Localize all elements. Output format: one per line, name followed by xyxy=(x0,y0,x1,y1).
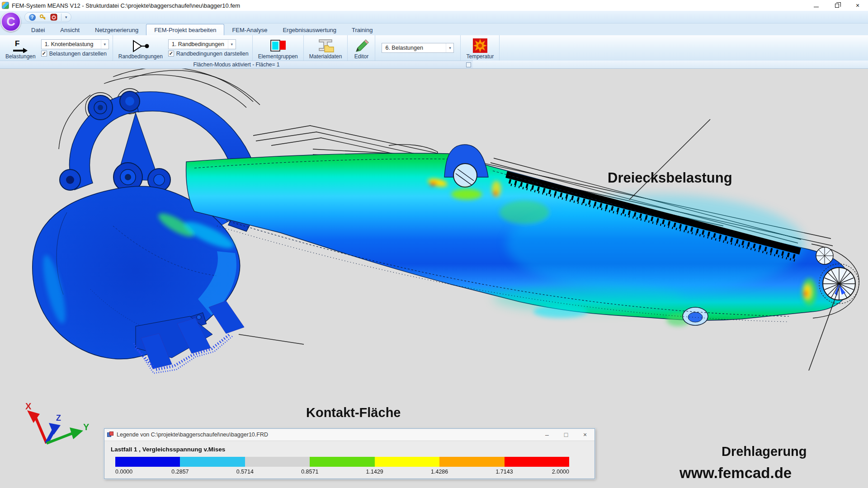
3d-viewport[interactable]: X Z Y Dreiecksbelastung Kontakt-Fläche D… xyxy=(0,69,868,488)
legend-value: 1.1429 xyxy=(366,469,383,475)
tab-fem-analyse[interactable]: FEM-Analyse xyxy=(224,24,275,35)
legend-maximize-button[interactable]: □ xyxy=(557,429,576,441)
legend-value: 1.7143 xyxy=(495,469,513,475)
y-axis-arrow xyxy=(70,427,83,439)
legend-window: Legende von C:\projekte\baggerschaufel\n… xyxy=(104,428,595,479)
x-axis-label: X xyxy=(25,401,32,411)
randbedingungen-dropdown[interactable]: 1. Randbedingungen ▾ xyxy=(168,39,236,49)
minimize-icon xyxy=(814,7,819,7)
knotenbelastung-dropdown[interactable]: 1. Knotenbelastung ▾ xyxy=(41,39,109,49)
legend-caption: Lastfall 1 , Vergleichsspannung v.Mises xyxy=(111,446,225,453)
help-button[interactable]: ? xyxy=(28,14,36,21)
legend-value: 1.4286 xyxy=(431,469,448,475)
legend-close-button[interactable]: × xyxy=(576,429,594,441)
legend-colorbar xyxy=(115,457,569,467)
group-belastungen: F Belastungen 1. Knotenbelastung ▾ ✓ Bel… xyxy=(0,35,113,61)
key-icon xyxy=(39,14,47,21)
z-axis-label: Z xyxy=(56,413,61,422)
lug-hole xyxy=(453,164,477,187)
materialdaten-label: Materialdaten xyxy=(309,53,342,60)
close-button[interactable]: × xyxy=(847,0,868,11)
group-materialdaten: Materialdaten xyxy=(304,35,348,61)
group-editor: Editor xyxy=(348,35,375,61)
restore-button[interactable] xyxy=(826,0,847,11)
legend-color-segment xyxy=(180,457,245,467)
materialdaten-button[interactable]: Materialdaten xyxy=(307,36,344,60)
chevron-down-icon: ▾ xyxy=(228,40,236,49)
ribbon-status-strip: Flächen-Modus aktiviert - Fläche= 1 xyxy=(0,61,473,69)
legend-value: 2.0000 xyxy=(552,469,569,475)
orb-letter: C xyxy=(6,15,15,29)
ribbon-tabs: DateiAnsichtNetzgenerierungFEM-Projekt b… xyxy=(0,23,868,35)
belastungen-button[interactable]: F Belastungen xyxy=(4,36,38,60)
chevron-down-icon: ▾ xyxy=(101,40,108,49)
randbedingungen-label: Randbedingungen xyxy=(118,53,163,60)
svg-text:F: F xyxy=(15,39,19,48)
ribbon: F Belastungen 1. Knotenbelastung ▾ ✓ Bel… xyxy=(0,35,868,61)
tab-training[interactable]: Training xyxy=(344,24,380,35)
exit-button[interactable] xyxy=(50,14,57,21)
group-randbedingungen: Randbedingungen 1. Randbedingungen ▾ ✓ R… xyxy=(113,35,253,61)
editor-button[interactable]: Editor xyxy=(351,36,371,60)
randbedingungen-button[interactable]: Randbedingungen xyxy=(117,36,165,60)
title-bar[interactable]: FEM-System MEANS V12 - Strukturdatei C:\… xyxy=(0,0,868,11)
legend-color-segment xyxy=(245,457,310,467)
femcad-watermark: www.femcad.de xyxy=(679,465,792,482)
fem-model-canvas: X Z Y xyxy=(0,69,868,488)
legend-value: 0.2857 xyxy=(171,469,189,475)
tab-datei[interactable]: Datei xyxy=(24,24,52,35)
material-data-icon xyxy=(316,38,335,53)
tab-ergebnisauswertung[interactable]: Ergebnisauswertung xyxy=(275,24,344,35)
randbedingungen-darstellen-checkbox[interactable]: ✓ Randbedingungen darstellen xyxy=(168,51,249,57)
ribbon-fill xyxy=(473,61,868,68)
belastungen-darstellen-checkbox[interactable]: ✓ Belastungen darstellen xyxy=(41,51,109,57)
element-groups-icon xyxy=(269,38,287,53)
app-icon xyxy=(2,2,9,9)
legend-values: 0.00000.28570.57140.85711.14291.42861.71… xyxy=(115,469,569,475)
temperatur-button[interactable]: Temperatur xyxy=(464,36,495,60)
power-icon xyxy=(50,14,57,21)
group-elementgruppen: Elementgruppen xyxy=(253,35,304,61)
group-temperatur: Temperatur xyxy=(460,35,500,61)
belastungen-label: Belastungen xyxy=(5,53,36,60)
legend-color-segment xyxy=(439,457,504,467)
help-icon: ? xyxy=(29,14,36,21)
legend-minimize-button[interactable]: – xyxy=(538,429,557,441)
minimize-button[interactable] xyxy=(806,0,826,11)
tab-netzgenerierung[interactable]: Netzgenerierung xyxy=(87,24,146,35)
chevron-down-icon: ▾ xyxy=(446,43,453,52)
divider xyxy=(61,14,61,21)
legend-color-segment xyxy=(310,457,374,467)
legend-title-bar[interactable]: Legende von C:\projekte\baggerschaufel\n… xyxy=(104,429,594,441)
dialog-launcher-icon[interactable] xyxy=(466,62,471,67)
annotation-contact-surface: Kontakt-Fläche xyxy=(306,405,401,420)
checkbox-icon: ✓ xyxy=(41,51,47,56)
elementgruppen-button[interactable]: Elementgruppen xyxy=(256,36,300,60)
belastungen-lastfall-dropdown[interactable]: 6. Belastungen ▾ xyxy=(382,43,454,53)
quick-access-bar: ? ▾ xyxy=(0,11,868,23)
temperature-sun-icon xyxy=(472,38,488,53)
legend-window-title: Legende von C:\projekte\baggerschaufel\n… xyxy=(117,432,268,438)
checkbox-icon: ✓ xyxy=(168,51,174,56)
tab-ansicht[interactable]: Ansicht xyxy=(52,24,87,35)
window-title: FEM-System MEANS V12 - Strukturdatei C:\… xyxy=(12,2,240,9)
legend-value: 0.8571 xyxy=(301,469,318,475)
divider xyxy=(473,68,868,69)
quick-access-dropdown[interactable]: ▾ xyxy=(65,15,67,19)
restore-icon xyxy=(835,4,839,8)
coordinate-triad: X Z Y xyxy=(25,401,90,443)
boundary-condition-icon xyxy=(131,39,151,53)
editor-label: Editor xyxy=(354,53,368,60)
force-icon: F xyxy=(11,39,29,53)
arm-bottom-hole xyxy=(683,307,708,325)
y-axis-label: Y xyxy=(83,422,90,432)
annotation-triangular-load: Dreiecksbelastung xyxy=(608,170,732,186)
legend-value: 0.5714 xyxy=(236,469,254,475)
annotation-pivot-bearing: Drehlagerung xyxy=(722,444,807,459)
legend-color-segment xyxy=(375,457,439,467)
application-menu-button[interactable]: C xyxy=(1,12,21,32)
legend-color-segment xyxy=(505,457,569,467)
tab-fem-projekt-bearbeiten[interactable]: FEM-Projekt bearbeiten xyxy=(146,24,224,35)
license-key-button[interactable] xyxy=(39,14,47,21)
legend-color-segment xyxy=(115,457,180,467)
